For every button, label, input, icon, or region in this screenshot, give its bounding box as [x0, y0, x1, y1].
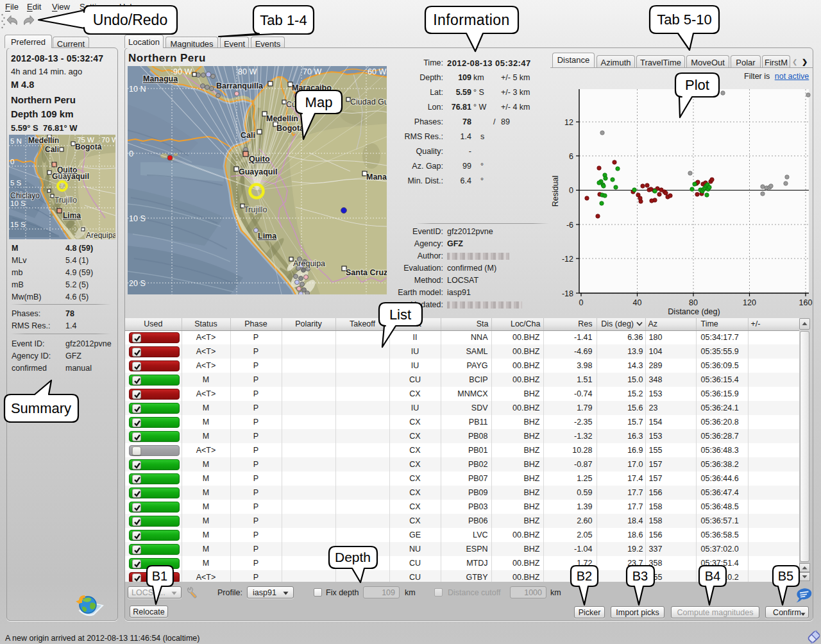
svg-text:160: 160 — [799, 298, 813, 307]
svg-text:0: 0 — [579, 298, 584, 307]
svg-text:6: 6 — [569, 152, 573, 161]
svg-text:Residual: Residual — [551, 176, 560, 207]
svg-text:-12: -12 — [562, 255, 573, 264]
svg-text:80: 80 — [689, 298, 698, 307]
svg-text:Information: Information — [433, 12, 509, 28]
svg-text:40: 40 — [633, 298, 642, 307]
svg-text:10 S: 10 S — [129, 214, 146, 223]
svg-text:120: 120 — [743, 298, 756, 307]
svg-text:Tab 1-4: Tab 1-4 — [260, 12, 307, 28]
svg-text:12: 12 — [564, 118, 573, 127]
svg-text:Trujillo: Trujillo — [244, 205, 267, 214]
svg-text:0: 0 — [569, 186, 573, 195]
svg-text:Tab 5-10: Tab 5-10 — [657, 12, 712, 28]
svg-text:10 S: 10 S — [10, 199, 26, 207]
svg-text:Lima: Lima — [63, 211, 81, 220]
svg-text:-18: -18 — [562, 289, 573, 298]
svg-text:-6: -6 — [566, 221, 573, 230]
svg-text:Trujillo: Trujillo — [55, 196, 77, 205]
svg-text:Chiclayo: Chiclayo — [10, 191, 40, 200]
svg-text:Distance (deg): Distance (deg) — [668, 307, 720, 316]
